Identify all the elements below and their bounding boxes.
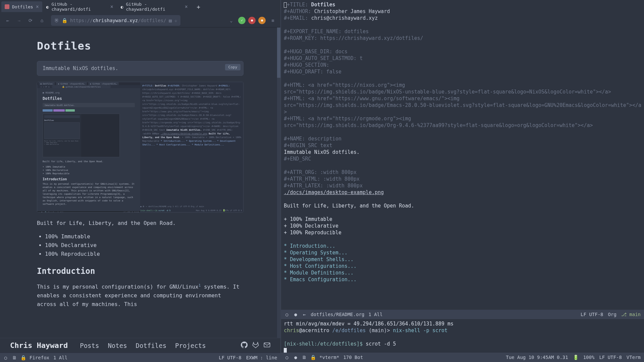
tab-label: GitHub - chayward1/dotfi (126, 2, 182, 12)
encoding: LF UTF-8 (599, 355, 622, 360)
site-nav: Chris Hayward Posts Notes Dotfiles Proje… (0, 338, 280, 353)
scrollbar-thumb[interactable] (277, 27, 280, 78)
encoding: LF UTF-8 (219, 355, 241, 360)
browser-tab[interactable]: ◐ GitHub - chayward1/dotfi × (117, 1, 191, 12)
screenshot-image: ◧ Dotfiles◐ GitHub -chayward1/d…◐ GitHub… (37, 82, 244, 213)
tab-label: GitHub - chayward1/dotfi (51, 2, 107, 12)
datetime: Tue Aug 10 9:45AM 0.31 (506, 355, 568, 360)
circle-icon: ○ (3, 355, 8, 360)
reader-icon[interactable]: ▤ (169, 18, 172, 23)
github-icon[interactable] (241, 342, 248, 349)
file-icon: 🗎 (12, 355, 17, 360)
feature-list: 100% Immutable 100% Declarative 100% Rep… (37, 232, 244, 258)
battery-icon: 🔋 (573, 355, 579, 360)
back-icon: ← (302, 312, 307, 317)
nav-link-dotfiles[interactable]: Dotfiles (136, 342, 167, 349)
code-block: Immutable NixOS dotfiles. Copy (37, 61, 244, 76)
buffer-name: dotfiles/README.org (311, 312, 364, 317)
site-brand[interactable]: Chris Hayward (10, 341, 68, 350)
cursor (284, 348, 287, 353)
circle-icon: ○ (284, 355, 289, 360)
buffer-name: *vterm* (319, 355, 339, 360)
extension-icon[interactable]: ● (248, 17, 256, 24)
major-mode: VTerm (627, 355, 641, 360)
lock-icon: 🔒 (311, 355, 315, 360)
list-item: 100% Reproducible (45, 250, 244, 258)
github-icon: ◐ (46, 4, 49, 9)
circle-icon: ○ (284, 312, 289, 317)
major-mode: EXWM : line (246, 355, 277, 360)
list-item: 100% Immutable (45, 232, 244, 241)
circle-icon: ● (293, 312, 298, 317)
reload-button[interactable]: ⟳ (26, 16, 35, 25)
pocket-icon[interactable]: ⌄ (227, 16, 235, 25)
buffer-position: 1 All (53, 355, 67, 360)
buffer-name: Firefox (30, 355, 49, 360)
code-text: Immutable NixOS dotfiles. (43, 65, 118, 71)
file-icon: 🗎 (302, 355, 307, 360)
terminal[interactable]: rtt min/avg/max/mdev = 49.294/186.651/36… (281, 319, 644, 353)
browser-tabs: Dotfiles × ◐ GitHub - chayward1/dotfi × … (0, 0, 280, 13)
shield-icon: ⛨ (54, 18, 59, 23)
favicon-icon (5, 4, 9, 9)
gitlab-icon[interactable] (252, 342, 259, 349)
tagline: Built for Life, Liberty, and the Open Ro… (37, 220, 244, 226)
close-icon[interactable]: × (110, 4, 113, 10)
nav-link-posts[interactable]: Posts (80, 342, 99, 349)
home-button[interactable]: ⌂ (38, 16, 46, 25)
nav-link-projects[interactable]: Projects (175, 342, 206, 349)
back-button[interactable]: ← (3, 16, 12, 25)
forward-button[interactable]: → (15, 16, 23, 25)
menu-button[interactable]: ≡ (268, 16, 277, 25)
extension-icon[interactable]: ● (258, 17, 266, 24)
battery-pct: 100% (583, 355, 595, 360)
browser-tab-active[interactable]: Dotfiles × (1, 1, 42, 12)
modeline-left: ○ 🗎 🔒 Firefox 1 All LF UTF-8 EXWM : line (0, 353, 280, 362)
bookmark-icon[interactable]: ☆ (174, 18, 177, 23)
browser-tab[interactable]: ◐ GitHub - chayward1/dotfi × (43, 1, 117, 12)
nav-link-notes[interactable]: Notes (108, 342, 127, 349)
github-icon: ◐ (121, 4, 123, 9)
modeline-editor: ○ ● ← dotfiles/README.org 1 All LF UTF-8… (281, 310, 644, 319)
buffer-position: 1 All (369, 312, 383, 317)
svg-rect-0 (264, 343, 270, 347)
modeline-terminal: ○ ● 🗎 🔒 *vterm* 170 Bot Tue Aug 10 9:45A… (281, 353, 644, 362)
mail-icon[interactable] (264, 342, 270, 349)
page-title: Dotfiles (37, 40, 244, 52)
browser-content[interactable]: Dotfiles Immutable NixOS dotfiles. Copy … (0, 27, 280, 338)
copy-button[interactable]: Copy (225, 64, 241, 70)
browser-toolbar: ← → ⟳ ⌂ ⛨ 🔒 https://chrishayward.xyz/dot… (0, 13, 280, 27)
new-tab-button[interactable]: + (194, 2, 203, 11)
extension-icon[interactable]: ✓ (238, 17, 246, 24)
url-bar[interactable]: ⛨ 🔒 https://chrishayward.xyz/dotfiles/ ▤… (51, 15, 180, 26)
lock-icon: 🔒 (62, 18, 67, 23)
encoding: LF UTF-8 (581, 312, 603, 317)
lock-icon: 🔒 (21, 355, 25, 360)
git-branch: main (621, 312, 641, 317)
close-icon[interactable]: × (36, 4, 39, 10)
list-item: 100% Declarative (45, 241, 244, 250)
section-heading: Introduction (37, 266, 244, 276)
major-mode: Org (608, 312, 616, 317)
intro-paragraph: This is my personal configuration(s) for… (37, 281, 244, 309)
url-text: https://chrishayward.xyz/dotfiles/ (70, 18, 166, 23)
tab-label: Dotfiles (12, 4, 33, 9)
close-icon[interactable]: × (185, 4, 188, 10)
org-editor[interactable]: +TITLE: Dotfiles #+AUTHOR: Christopher J… (281, 0, 644, 310)
circle-icon: ● (293, 355, 298, 360)
buffer-position: 170 Bot (343, 355, 363, 360)
